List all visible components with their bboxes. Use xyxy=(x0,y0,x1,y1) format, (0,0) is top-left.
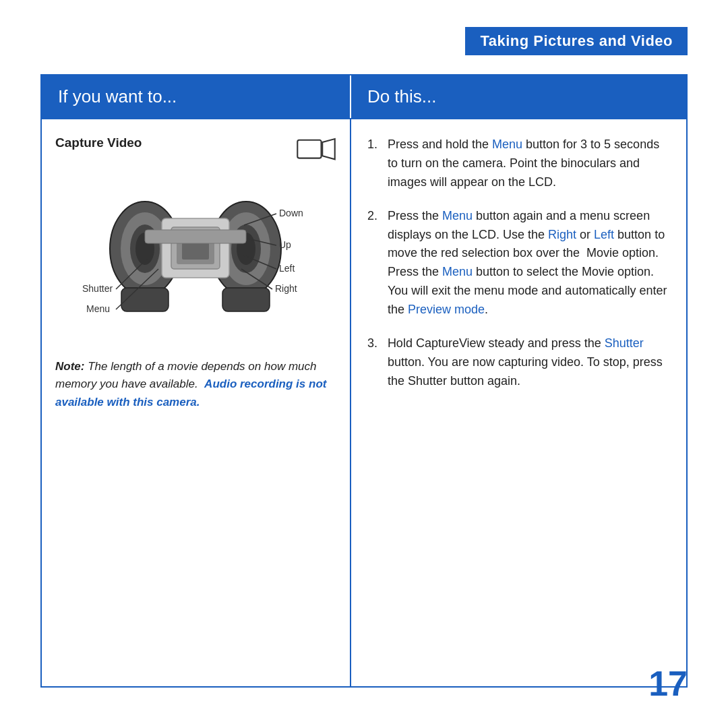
svg-rect-16 xyxy=(222,288,270,311)
step-2-preview-link: Preview mode xyxy=(408,303,485,316)
svg-text:Left: Left xyxy=(279,263,295,274)
steps-list: 1. Press and hold the Menu button for 3 … xyxy=(367,135,670,391)
video-camera-icon xyxy=(296,135,336,164)
binoculars-svg: Shutter Menu Down Up Left xyxy=(81,181,310,343)
svg-text:Up: Up xyxy=(279,239,291,250)
col-right: 1. Press and hold the Menu button for 3 … xyxy=(351,119,686,686)
page-container: Taking Pictures and Video If you want to… xyxy=(0,0,728,728)
step-3: 3. Hold CaptureView steady and press the… xyxy=(367,334,670,391)
step-2-right-link: Right xyxy=(548,228,576,241)
step-2-number: 2. xyxy=(367,207,382,226)
col-left: Capture Video xyxy=(42,119,351,686)
col-header-right: Do this... xyxy=(351,75,686,118)
capture-video-title: Capture Video xyxy=(55,135,142,150)
step-3-shutter-link: Shutter xyxy=(605,336,644,350)
step-2: 2. Press the Menu button again and a men… xyxy=(367,207,670,320)
page-header: Taking Pictures and Video xyxy=(40,27,688,55)
step-1: 1. Press and hold the Menu button for 3 … xyxy=(367,135,670,192)
svg-rect-0 xyxy=(297,140,321,158)
step-2-menu-link2: Menu xyxy=(442,265,473,278)
svg-rect-14 xyxy=(145,230,246,243)
page-number: 17 xyxy=(648,663,688,704)
step-3-text: Hold CaptureView steady and press the Sh… xyxy=(388,334,670,391)
step-1-number: 1. xyxy=(367,135,382,154)
svg-text:Right: Right xyxy=(275,283,297,294)
step-2-menu-link: Menu xyxy=(442,209,473,222)
svg-text:Down: Down xyxy=(279,208,303,218)
binoculars-diagram: Shutter Menu Down Up Left xyxy=(81,181,310,343)
svg-marker-1 xyxy=(322,139,334,159)
header-title: Taking Pictures and Video xyxy=(465,27,688,55)
svg-text:Shutter: Shutter xyxy=(82,283,113,294)
note-text: Note: The length of a movie depends on h… xyxy=(55,358,336,411)
col-header-left: If you want to... xyxy=(42,75,351,118)
table-header-row: If you want to... Do this... xyxy=(42,75,686,118)
step-3-number: 3. xyxy=(367,334,382,353)
table-body-row: Capture Video xyxy=(42,118,686,686)
step-2-left-link: Left xyxy=(594,228,614,241)
step-2-text: Press the Menu button again and a menu s… xyxy=(388,207,670,320)
capture-video-header: Capture Video xyxy=(55,135,336,164)
svg-text:Menu: Menu xyxy=(86,303,110,314)
step-1-text: Press and hold the Menu button for 3 to … xyxy=(388,135,670,192)
main-table: If you want to... Do this... Capture Vid… xyxy=(40,74,688,688)
svg-rect-15 xyxy=(121,288,169,311)
note-bold-label: Note: xyxy=(55,360,84,373)
step-1-menu-link: Menu xyxy=(492,138,522,151)
